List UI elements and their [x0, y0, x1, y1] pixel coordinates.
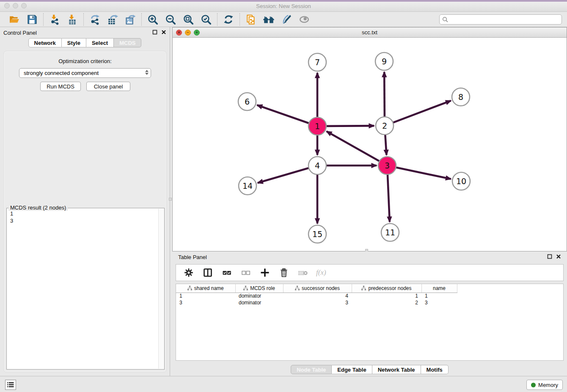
svg-text:6: 6 — [245, 97, 250, 106]
zoom-fit-icon[interactable] — [182, 14, 194, 25]
table-cell[interactable]: 1 — [176, 293, 235, 299]
close-panel-button[interactable]: Close panel — [86, 82, 130, 91]
delete-row-trash-icon[interactable] — [278, 267, 290, 279]
optimization-criterion-select[interactable]: strongly connected component — [19, 68, 151, 78]
table-tab-network-table[interactable]: Network Table — [372, 365, 421, 374]
table-tabs: Node TableEdge TableNetwork TableMotifs — [172, 365, 567, 374]
titlebar-accent — [0, 0, 567, 2]
svg-text:4: 4 — [315, 161, 320, 170]
graph-edge-2-8[interactable] — [392, 101, 451, 123]
table-cell[interactable]: 1 — [352, 293, 421, 299]
open-file-icon[interactable] — [8, 14, 20, 25]
graph-node-10[interactable]: 10 — [452, 172, 470, 190]
graph-edge-1-2[interactable] — [325, 126, 374, 126]
graph-node-6[interactable]: 6 — [238, 93, 256, 110]
table-cell[interactable]: 4 — [283, 293, 352, 299]
export-table-icon[interactable] — [107, 14, 118, 25]
graph-edge-2-3[interactable] — [385, 134, 386, 155]
graph-node-11[interactable]: 11 — [381, 224, 399, 241]
mcds-panel: Optimization criterion: strongly connect… — [3, 51, 167, 373]
table-cell[interactable]: 2 — [352, 299, 421, 306]
table-row[interactable]: 3dominator323 — [176, 299, 457, 306]
graph-node-9[interactable]: 9 — [375, 52, 393, 70]
network-window-title: scc.txt — [173, 29, 567, 36]
vertical-splitter-handle[interactable] — [169, 198, 172, 201]
export-image-icon[interactable] — [124, 14, 136, 25]
table-cell[interactable]: dominator — [235, 299, 283, 306]
select-value: strongly connected component — [24, 70, 99, 76]
delete-table-icon — [297, 267, 309, 279]
network-canvas[interactable]: 7968124314101511 — [173, 38, 567, 251]
titlebar: Session: New Session — [0, 0, 567, 12]
svg-text:2: 2 — [382, 121, 387, 130]
deselect-all-columns-icon[interactable] — [240, 267, 252, 279]
zoom-out-icon[interactable] — [165, 14, 176, 25]
close-table-panel-icon[interactable] — [556, 254, 561, 259]
application-window: Session: New Session — [0, 0, 567, 392]
graph-edge-2-9[interactable] — [384, 72, 385, 118]
eye-icon[interactable] — [298, 14, 310, 25]
mcds-result-text[interactable]: 1 3 — [8, 209, 158, 368]
select-all-columns-icon[interactable] — [221, 267, 233, 279]
graph-node-7[interactable]: 7 — [308, 53, 326, 71]
zoom-selected-icon[interactable] — [200, 14, 212, 25]
graph-node-4[interactable]: 4 — [308, 157, 326, 174]
import-table-icon[interactable] — [66, 14, 78, 25]
network-window-titlebar[interactable]: ✕ − + scc.txt — [173, 28, 567, 38]
run-mcds-button[interactable]: Run MCDS — [40, 82, 81, 91]
graph-edge-3-11[interactable] — [388, 174, 390, 222]
memory-button[interactable]: Memory — [526, 380, 563, 390]
table-cell[interactable]: 1 — [421, 293, 457, 299]
close-panel-icon[interactable] — [161, 30, 166, 35]
graph-node-15[interactable]: 15 — [308, 225, 326, 243]
graph-edge-3-10[interactable] — [395, 167, 451, 179]
tab-style[interactable]: Style — [62, 38, 86, 47]
column-header-shared-name[interactable]: shared name — [176, 284, 235, 293]
float-panel-icon[interactable] — [152, 30, 157, 35]
copy-network-icon[interactable] — [245, 14, 257, 25]
column-header-name[interactable]: name — [421, 284, 457, 293]
import-network-icon[interactable] — [49, 14, 61, 25]
graph-edge-3-1[interactable] — [327, 131, 380, 161]
search-input[interactable] — [439, 14, 562, 25]
graph-node-14[interactable]: 14 — [239, 177, 256, 195]
tab-network[interactable]: Network — [28, 38, 62, 47]
zoom-in-icon[interactable] — [147, 14, 159, 25]
column-header-MCDS-role[interactable]: MCDS role — [235, 284, 283, 293]
svg-text:7: 7 — [315, 58, 320, 67]
graph-edge-1-6[interactable] — [257, 105, 310, 123]
tab-select[interactable]: Select — [86, 38, 114, 47]
task-list-icon[interactable] — [5, 380, 16, 390]
table-settings-gear-icon[interactable] — [183, 267, 195, 279]
graph-edge-4-14[interactable] — [258, 168, 310, 183]
graph-node-8[interactable]: 8 — [452, 88, 470, 106]
column-type-icon — [243, 286, 248, 290]
network-graph: 7968124314101511 — [173, 38, 567, 251]
save-session-icon[interactable] — [26, 14, 38, 25]
float-table-panel-icon[interactable] — [547, 254, 552, 259]
add-row-icon[interactable] — [259, 267, 271, 279]
table-row[interactable]: 1dominator411 — [176, 293, 457, 299]
homes-icon[interactable] — [263, 14, 275, 25]
export-network-icon[interactable] — [89, 14, 101, 25]
result-scrollbar[interactable] — [158, 209, 164, 369]
graph-node-1[interactable]: 1 — [308, 117, 326, 135]
graph-node-2[interactable]: 2 — [376, 117, 394, 135]
table-cell[interactable]: 3 — [421, 299, 457, 306]
svg-text:9: 9 — [382, 57, 387, 66]
table-tab-edge-table[interactable]: Edge Table — [332, 365, 372, 374]
table-cell[interactable]: 3 — [176, 299, 235, 306]
column-header-predecessor-nodes[interactable]: predecessor nodes — [352, 284, 421, 293]
svg-text:8: 8 — [458, 92, 463, 102]
graph-node-3[interactable]: 3 — [378, 157, 396, 174]
show-column-icon[interactable] — [202, 267, 214, 279]
table-tab-node-table[interactable]: Node Table — [291, 365, 332, 374]
table-tab-motifs[interactable]: Motifs — [421, 365, 449, 374]
column-header-successor-nodes[interactable]: successor nodes — [283, 284, 352, 293]
tab-mcds[interactable]: MCDS — [114, 38, 141, 47]
paintbrush-icon[interactable] — [281, 14, 292, 25]
column-type-icon — [361, 286, 366, 290]
table-cell[interactable]: dominator — [235, 293, 283, 299]
table-cell[interactable]: 3 — [283, 299, 352, 306]
refresh-layout-icon[interactable] — [223, 14, 234, 25]
